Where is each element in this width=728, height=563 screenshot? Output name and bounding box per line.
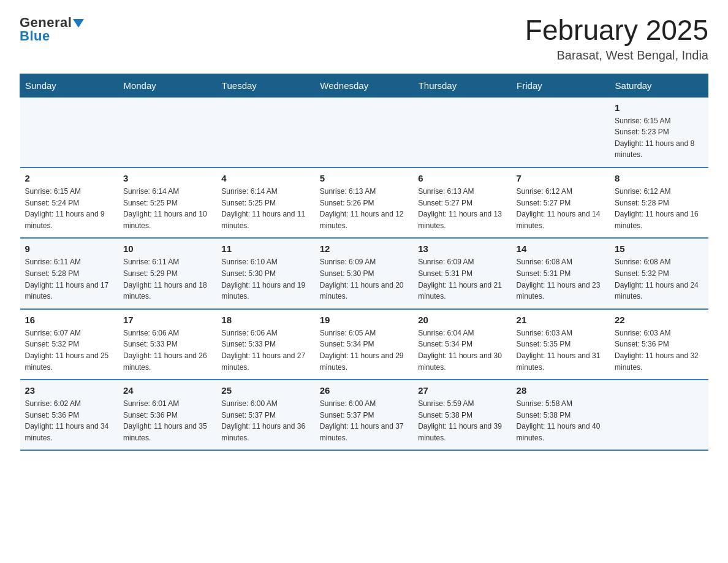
day-number: 21 <box>517 315 605 325</box>
weekday-header-monday: Monday <box>118 74 216 97</box>
day-number: 16 <box>25 315 113 325</box>
day-number: 6 <box>418 173 506 183</box>
day-info: Sunrise: 6:12 AMSunset: 5:27 PMDaylight:… <box>517 186 605 231</box>
day-number: 19 <box>320 315 408 325</box>
weekday-header-wednesday: Wednesday <box>315 74 413 97</box>
calendar-cell: 8Sunrise: 6:12 AMSunset: 5:28 PMDaylight… <box>610 167 708 238</box>
calendar-cell: 24Sunrise: 6:01 AMSunset: 5:36 PMDayligh… <box>118 380 216 450</box>
day-number: 24 <box>123 385 211 396</box>
weekday-header-saturday: Saturday <box>610 74 708 97</box>
calendar-cell: 11Sunrise: 6:10 AMSunset: 5:30 PMDayligh… <box>216 238 314 308</box>
calendar-cell: 3Sunrise: 6:14 AMSunset: 5:25 PMDaylight… <box>118 167 216 238</box>
day-info: Sunrise: 6:11 AMSunset: 5:28 PMDaylight:… <box>25 256 113 302</box>
day-number: 25 <box>221 385 309 396</box>
day-info: Sunrise: 6:00 AMSunset: 5:37 PMDaylight:… <box>320 398 408 443</box>
day-info: Sunrise: 6:13 AMSunset: 5:27 PMDaylight:… <box>418 186 506 231</box>
day-info: Sunrise: 6:03 AMSunset: 5:36 PMDaylight:… <box>615 327 703 373</box>
logo-bottom-text: Blue <box>20 28 50 44</box>
day-info: Sunrise: 6:07 AMSunset: 5:32 PMDaylight:… <box>25 327 113 373</box>
day-info: Sunrise: 6:06 AMSunset: 5:33 PMDaylight:… <box>221 327 309 373</box>
weekday-header-thursday: Thursday <box>413 74 511 97</box>
calendar-cell <box>315 97 413 167</box>
calendar-table: SundayMondayTuesdayWednesdayThursdayFrid… <box>20 74 708 451</box>
calendar-header: SundayMondayTuesdayWednesdayThursdayFrid… <box>20 74 708 97</box>
day-info: Sunrise: 6:00 AMSunset: 5:37 PMDaylight:… <box>221 398 309 443</box>
day-info: Sunrise: 6:14 AMSunset: 5:25 PMDaylight:… <box>221 186 309 231</box>
day-number: 18 <box>221 315 309 325</box>
day-number: 17 <box>123 315 211 325</box>
page-header: General Blue February 2025 Barasat, West… <box>20 15 708 63</box>
calendar-cell: 21Sunrise: 6:03 AMSunset: 5:35 PMDayligh… <box>512 309 610 380</box>
calendar-cell: 13Sunrise: 6:09 AMSunset: 5:31 PMDayligh… <box>413 238 511 308</box>
month-title: February 2025 <box>525 15 708 46</box>
day-info: Sunrise: 6:09 AMSunset: 5:30 PMDaylight:… <box>320 256 408 302</box>
calendar-cell: 23Sunrise: 6:02 AMSunset: 5:36 PMDayligh… <box>20 380 118 450</box>
day-number: 23 <box>25 385 113 396</box>
day-info: Sunrise: 6:06 AMSunset: 5:33 PMDaylight:… <box>123 327 211 373</box>
day-info: Sunrise: 6:05 AMSunset: 5:34 PMDaylight:… <box>320 327 408 373</box>
day-number: 5 <box>320 173 408 183</box>
day-number: 2 <box>25 173 113 183</box>
day-number: 11 <box>221 243 309 254</box>
calendar-cell: 14Sunrise: 6:08 AMSunset: 5:31 PMDayligh… <box>512 238 610 308</box>
day-number: 7 <box>517 173 605 183</box>
calendar-cell <box>20 97 118 167</box>
day-info: Sunrise: 6:01 AMSunset: 5:36 PMDaylight:… <box>123 398 211 443</box>
calendar-cell: 16Sunrise: 6:07 AMSunset: 5:32 PMDayligh… <box>20 309 118 380</box>
weekday-header-row: SundayMondayTuesdayWednesdayThursdayFrid… <box>20 74 708 97</box>
calendar-cell: 18Sunrise: 6:06 AMSunset: 5:33 PMDayligh… <box>216 309 314 380</box>
day-number: 10 <box>123 243 211 254</box>
day-info: Sunrise: 6:08 AMSunset: 5:31 PMDaylight:… <box>517 256 605 302</box>
calendar-week-row: 1Sunrise: 6:15 AMSunset: 5:23 PMDaylight… <box>20 97 708 167</box>
calendar-cell: 4Sunrise: 6:14 AMSunset: 5:25 PMDaylight… <box>216 167 314 238</box>
logo-triangle-icon <box>73 19 84 28</box>
calendar-week-row: 23Sunrise: 6:02 AMSunset: 5:36 PMDayligh… <box>20 380 708 450</box>
day-info: Sunrise: 6:09 AMSunset: 5:31 PMDaylight:… <box>418 256 506 302</box>
day-info: Sunrise: 6:04 AMSunset: 5:34 PMDaylight:… <box>418 327 506 373</box>
calendar-cell <box>118 97 216 167</box>
calendar-cell: 1Sunrise: 6:15 AMSunset: 5:23 PMDaylight… <box>610 97 708 167</box>
calendar-cell: 9Sunrise: 6:11 AMSunset: 5:28 PMDaylight… <box>20 238 118 308</box>
calendar-cell: 6Sunrise: 6:13 AMSunset: 5:27 PMDaylight… <box>413 167 511 238</box>
day-number: 22 <box>615 315 703 325</box>
calendar-body: 1Sunrise: 6:15 AMSunset: 5:23 PMDaylight… <box>20 97 708 450</box>
day-info: Sunrise: 6:15 AMSunset: 5:24 PMDaylight:… <box>25 186 113 231</box>
calendar-cell: 12Sunrise: 6:09 AMSunset: 5:30 PMDayligh… <box>315 238 413 308</box>
calendar-cell <box>216 97 314 167</box>
calendar-cell: 26Sunrise: 6:00 AMSunset: 5:37 PMDayligh… <box>315 380 413 450</box>
day-info: Sunrise: 5:59 AMSunset: 5:38 PMDaylight:… <box>418 398 506 443</box>
day-info: Sunrise: 6:15 AMSunset: 5:23 PMDaylight:… <box>615 115 703 161</box>
day-info: Sunrise: 6:12 AMSunset: 5:28 PMDaylight:… <box>615 186 703 231</box>
calendar-cell: 28Sunrise: 5:58 AMSunset: 5:38 PMDayligh… <box>512 380 610 450</box>
calendar-week-row: 9Sunrise: 6:11 AMSunset: 5:28 PMDaylight… <box>20 238 708 308</box>
day-number: 1 <box>615 102 703 113</box>
location-title: Barasat, West Bengal, India <box>525 48 708 63</box>
calendar-cell: 10Sunrise: 6:11 AMSunset: 5:29 PMDayligh… <box>118 238 216 308</box>
day-info: Sunrise: 6:10 AMSunset: 5:30 PMDaylight:… <box>221 256 309 302</box>
calendar-cell: 19Sunrise: 6:05 AMSunset: 5:34 PMDayligh… <box>315 309 413 380</box>
calendar-cell: 25Sunrise: 6:00 AMSunset: 5:37 PMDayligh… <box>216 380 314 450</box>
weekday-header-tuesday: Tuesday <box>216 74 314 97</box>
calendar-cell: 2Sunrise: 6:15 AMSunset: 5:24 PMDaylight… <box>20 167 118 238</box>
day-number: 4 <box>221 173 309 183</box>
calendar-cell: 5Sunrise: 6:13 AMSunset: 5:26 PMDaylight… <box>315 167 413 238</box>
day-info: Sunrise: 6:02 AMSunset: 5:36 PMDaylight:… <box>25 398 113 443</box>
calendar-cell <box>413 97 511 167</box>
day-number: 12 <box>320 243 408 254</box>
title-block: February 2025 Barasat, West Bengal, Indi… <box>525 15 708 63</box>
logo: General Blue <box>20 15 84 44</box>
calendar-cell: 15Sunrise: 6:08 AMSunset: 5:32 PMDayligh… <box>610 238 708 308</box>
calendar-cell: 7Sunrise: 6:12 AMSunset: 5:27 PMDaylight… <box>512 167 610 238</box>
day-number: 28 <box>517 385 605 396</box>
day-number: 13 <box>418 243 506 254</box>
day-number: 8 <box>615 173 703 183</box>
calendar-cell <box>512 97 610 167</box>
day-info: Sunrise: 6:03 AMSunset: 5:35 PMDaylight:… <box>517 327 605 373</box>
day-number: 20 <box>418 315 506 325</box>
day-number: 15 <box>615 243 703 254</box>
calendar-cell: 22Sunrise: 6:03 AMSunset: 5:36 PMDayligh… <box>610 309 708 380</box>
day-number: 26 <box>320 385 408 396</box>
calendar-cell: 27Sunrise: 5:59 AMSunset: 5:38 PMDayligh… <box>413 380 511 450</box>
day-info: Sunrise: 6:13 AMSunset: 5:26 PMDaylight:… <box>320 186 408 231</box>
weekday-header-sunday: Sunday <box>20 74 118 97</box>
